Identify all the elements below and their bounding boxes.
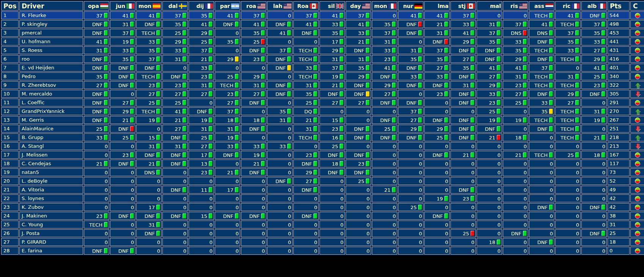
result-value: 23 (332, 126, 338, 132)
result-cell: 0 (189, 203, 214, 211)
result-cell: 25 (189, 133, 214, 141)
position-cell: 28 (1, 247, 19, 255)
result-cell: DNF (320, 168, 345, 176)
result-cell: 0 (477, 247, 502, 255)
column-header-label: jun (116, 3, 125, 9)
result-value: 21 (96, 161, 102, 167)
result-cell: 0 (372, 221, 397, 228)
result-cell: TECH (555, 125, 581, 133)
result-cell: 19 (241, 151, 266, 159)
position-cell: 11 (1, 99, 19, 106)
usa-flag-icon (257, 3, 265, 9)
status-green-icon (183, 213, 186, 219)
result-value: 27 (175, 91, 181, 97)
status-green-icon (497, 39, 501, 44)
result-value: 33 (253, 144, 260, 149)
result-value: 0 (498, 144, 501, 149)
status-green-icon (261, 83, 265, 88)
result-value: 23 (122, 152, 129, 158)
result-value: TECH (142, 109, 155, 114)
column-header-label: mon (374, 3, 387, 9)
driver-row: 23K. Zubov0017000000000250000DNF0DNF42 (1, 203, 644, 211)
result-value: 25 (410, 205, 417, 210)
status-green-icon (549, 39, 553, 44)
points-cell: 401 (608, 64, 630, 72)
change-cell (630, 168, 644, 176)
result-value: 37 (227, 109, 233, 114)
result-value: 0 (471, 222, 474, 228)
status-green-icon (471, 187, 474, 192)
result-value: 0 (471, 161, 474, 167)
result-value: 0 (602, 248, 605, 254)
result-cell: DNF (110, 64, 135, 72)
status-green-icon (549, 205, 553, 210)
status-green-icon (392, 135, 396, 140)
position-same-icon (635, 56, 640, 62)
result-cell: 25 (503, 99, 528, 106)
result-cell: 33 (450, 20, 476, 28)
position-same-icon (635, 13, 640, 18)
column-header-label: day (350, 3, 361, 9)
result-value: 0 (445, 178, 448, 184)
result-cell: 25 (189, 38, 214, 45)
result-cell: 0 (215, 177, 240, 185)
status-green-icon (575, 109, 579, 114)
status-green-icon (444, 65, 448, 70)
result-cell: 0 (267, 72, 293, 80)
result-cell: 35 (372, 20, 397, 28)
status-green-icon (471, 126, 474, 131)
status-green-icon (104, 30, 108, 36)
result-cell: DNF (162, 186, 188, 194)
result-cell: TECH (136, 29, 162, 37)
result-cell: 33 (529, 99, 554, 106)
result-cell: 41 (267, 29, 293, 37)
result-cell: 0 (529, 229, 554, 237)
status-green-icon (287, 83, 291, 88)
result-value: 35 (436, 56, 443, 62)
result-cell: 41 (529, 20, 554, 28)
result-cell: 0 (529, 194, 554, 202)
result-value: DNF (145, 152, 155, 158)
status-green-icon (183, 187, 186, 192)
result-cell: 0 (162, 168, 188, 176)
result-value: DQ (304, 109, 312, 114)
netherlands-flag-icon (545, 3, 553, 9)
result-cell: 0 (581, 177, 607, 185)
result-cell: DNF (84, 55, 109, 63)
result-cell: 29 (503, 55, 528, 63)
result-cell: 31 (398, 46, 424, 54)
status-green-icon (104, 161, 108, 166)
result-value: 0 (367, 239, 370, 245)
result-value: 27 (489, 74, 495, 80)
status-green-icon (471, 65, 474, 70)
status-green-icon (130, 100, 134, 105)
status-green-icon (156, 65, 160, 70)
points-cell: 49 (608, 186, 630, 194)
status-green-icon (209, 117, 213, 123)
driver-name: M. mercaldo (19, 90, 83, 98)
result-value: 19 (122, 39, 129, 45)
status-green-icon (130, 39, 134, 44)
result-value: 16 (332, 135, 338, 141)
driver-name: R. Fleurke (19, 11, 83, 19)
result-value: 17 (201, 152, 207, 158)
result-cell: 27 (450, 55, 476, 63)
result-value: 33 (410, 74, 417, 80)
result-cell: 29 (320, 46, 345, 54)
result-value: 33 (489, 91, 495, 97)
result-cell: 0 (267, 247, 293, 255)
status-green-icon (261, 161, 265, 166)
status-green-icon (209, 152, 213, 158)
result-value: 37 (384, 30, 390, 36)
status-green-icon (183, 117, 186, 123)
result-value: 37 (541, 65, 548, 71)
status-green-icon (313, 109, 317, 114)
status-green-icon (235, 100, 239, 105)
result-cell: DNF (84, 99, 109, 106)
result-cell: 0 (267, 151, 293, 159)
status-green-icon (313, 117, 317, 123)
change-cell (630, 160, 644, 167)
result-cell: DNS (503, 29, 528, 37)
result-value: 0 (288, 248, 291, 254)
result-cell: 37 (162, 11, 188, 19)
